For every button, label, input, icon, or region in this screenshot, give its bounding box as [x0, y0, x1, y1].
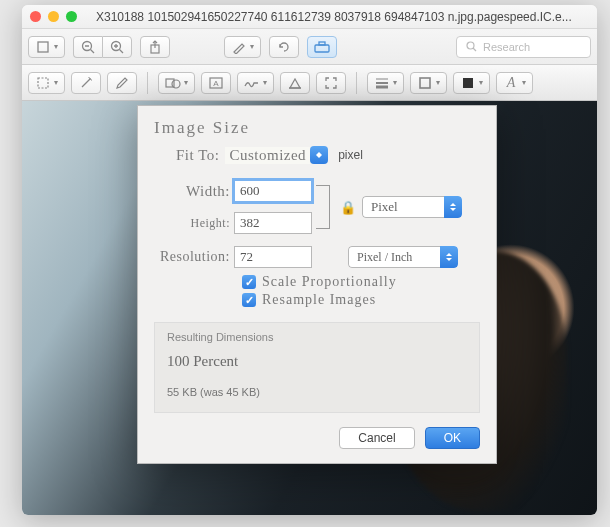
instant-alpha-button[interactable]	[71, 72, 101, 94]
line-style-button[interactable]: ▾	[367, 72, 404, 94]
resample-image-label: Resample Images	[262, 292, 376, 308]
svg-rect-0	[38, 42, 48, 52]
chevron-down-icon: ▾	[184, 78, 188, 87]
chevron-down-icon: ▾	[393, 78, 397, 87]
height-input[interactable]	[234, 212, 312, 234]
scale-proportionally-label: Scale Proportionally	[262, 274, 397, 290]
border-icon	[417, 75, 433, 91]
sign-button[interactable]: ▾	[237, 72, 274, 94]
svg-text:A: A	[213, 79, 219, 88]
width-label: Width:	[154, 183, 230, 200]
app-window: X310188 101502941650227740 611612739 803…	[22, 5, 597, 515]
selection-icon	[35, 75, 51, 91]
fit-to-label: Fit To:	[176, 147, 219, 164]
search-input[interactable]: Research	[456, 36, 591, 58]
text-box-icon: A	[208, 75, 224, 91]
image-size-dialog: Image Size Fit To: Customized pixel Widt…	[137, 105, 497, 464]
dialog-title: Image Size	[154, 118, 480, 138]
adjust-icon	[287, 75, 303, 91]
svg-rect-28	[420, 78, 430, 88]
fill-icon	[460, 75, 476, 91]
chevron-down-icon: ▾	[250, 42, 254, 51]
resolution-unit-select[interactable]: Pixel / Inch	[348, 246, 458, 268]
resolution-unit-value: Pixel / Inch	[357, 250, 412, 265]
svg-rect-11	[319, 42, 325, 45]
minimize-icon[interactable]	[48, 11, 59, 22]
chevron-down-icon: ▾	[54, 78, 58, 87]
width-input[interactable]	[234, 180, 312, 202]
pencil-icon	[114, 75, 130, 91]
square-icon	[35, 39, 51, 55]
svg-rect-10	[315, 45, 329, 52]
svg-line-2	[91, 49, 95, 53]
adjust-color-button[interactable]	[280, 72, 310, 94]
zoom-out-icon	[80, 39, 96, 55]
zoom-out-button[interactable]	[73, 36, 102, 58]
search-placeholder: Research	[483, 41, 530, 53]
search-icon	[463, 39, 479, 55]
svg-rect-29	[463, 78, 473, 88]
markup-button[interactable]	[307, 36, 337, 58]
toolbox-icon	[314, 39, 330, 55]
adjust-size-button[interactable]	[316, 72, 346, 94]
rotate-icon	[276, 39, 292, 55]
ok-button[interactable]: OK	[425, 427, 480, 449]
svg-rect-14	[38, 78, 48, 88]
window-title: X310188 101502941650227740 611612739 803…	[96, 10, 589, 24]
lines-icon	[374, 75, 390, 91]
font-icon: A	[503, 75, 519, 91]
resulting-size: 55 KB (was 45 KB)	[167, 386, 467, 398]
select-arrows-icon	[440, 246, 458, 268]
text-button[interactable]: A	[201, 72, 231, 94]
height-label: Height:	[154, 216, 230, 231]
toolbar-top: ▾ ▾ Research	[22, 29, 597, 65]
font-style-button[interactable]: A▾	[496, 72, 533, 94]
divider	[147, 72, 148, 94]
close-icon[interactable]	[30, 11, 41, 22]
svg-point-20	[172, 80, 180, 88]
selection-tool-button[interactable]: ▾	[28, 72, 65, 94]
resize-icon	[323, 75, 339, 91]
share-icon	[147, 39, 163, 55]
chevron-down-icon: ▾	[436, 78, 440, 87]
svg-point-16	[89, 78, 91, 80]
resample-image-checkbox[interactable]	[242, 293, 256, 307]
zoom-in-icon	[109, 39, 125, 55]
resulting-title: Resulting Dimensions	[167, 331, 467, 343]
lock-icon[interactable]: 🔒	[340, 200, 356, 215]
scale-proportionally-checkbox[interactable]	[242, 275, 256, 289]
shapes-icon	[165, 75, 181, 91]
svg-line-15	[82, 79, 90, 87]
chevron-down-icon: ▾	[522, 78, 526, 87]
toolbar-markup: ▾ ▾ A ▾ ▾ ▾ ▾ A▾	[22, 65, 597, 101]
cancel-button[interactable]: Cancel	[339, 427, 414, 449]
fit-unit-label: pixel	[338, 148, 363, 162]
signature-icon	[244, 75, 260, 91]
rotate-button[interactable]	[269, 36, 299, 58]
shapes-button[interactable]: ▾	[158, 72, 195, 94]
zoom-segment	[73, 36, 132, 58]
maximize-icon[interactable]	[66, 11, 77, 22]
fit-to-select[interactable]	[310, 146, 328, 164]
resolution-label: Resolution:	[154, 249, 230, 265]
wand-icon	[78, 75, 94, 91]
width-unit-value: Pixel	[371, 199, 398, 215]
svg-marker-23	[290, 79, 300, 88]
svg-line-5	[120, 49, 124, 53]
border-color-button[interactable]: ▾	[410, 72, 447, 94]
divider	[356, 72, 357, 94]
select-arrows-icon	[444, 196, 462, 218]
fill-color-button[interactable]: ▾	[453, 72, 490, 94]
chevron-down-icon: ▾	[263, 78, 267, 87]
view-mode-button[interactable]: ▾	[28, 36, 65, 58]
resulting-percent: 100 Percent	[167, 353, 467, 370]
highlight-button[interactable]: ▾	[224, 36, 261, 58]
resolution-input[interactable]	[234, 246, 312, 268]
share-button[interactable]	[140, 36, 170, 58]
pen-icon	[231, 39, 247, 55]
zoom-in-button[interactable]	[102, 36, 132, 58]
width-unit-select[interactable]: Pixel	[362, 196, 462, 218]
svg-line-13	[473, 48, 476, 51]
link-bracket	[316, 185, 330, 229]
sketch-button[interactable]	[107, 72, 137, 94]
